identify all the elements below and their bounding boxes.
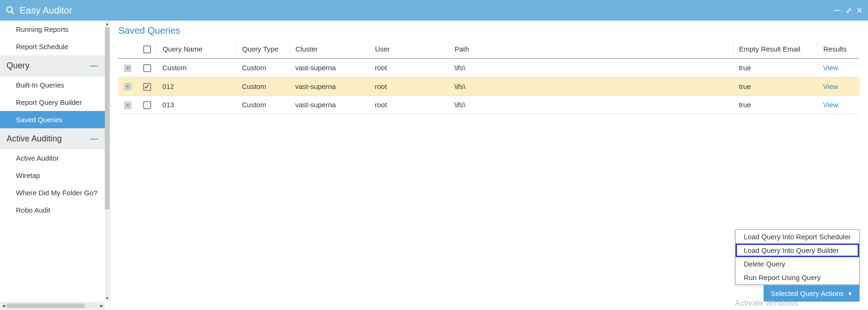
header-expand [118,40,137,59]
view-results-link[interactable]: View [823,64,838,72]
table-row[interactable]: +013Customvast-supernaroot\ifs\trueView [118,96,860,114]
header-checkbox[interactable] [137,40,157,59]
sidebar-item[interactable]: Built-In Queries [0,76,105,94]
scroll-thumb[interactable] [105,27,109,209]
scroll-up-arrow-icon[interactable]: ▲ [105,21,109,27]
sidebar-group-header[interactable]: Query— [0,55,105,76]
header-path[interactable]: Path [449,40,733,59]
saved-queries-table: Query Name Query Type Cluster User Path … [118,40,860,114]
sidebar-item[interactable]: Running Reports [0,21,105,38]
expand-row-icon[interactable]: + [124,65,131,72]
sidebar-item[interactable]: Report Schedule [0,38,105,55]
cell-query_type: Custom [236,96,290,114]
header-cluster[interactable]: Cluster [290,40,369,59]
page-title: Saved Queries [118,25,860,36]
action-button-label: Selected Query Actions [771,289,844,297]
menu-item[interactable]: Load Query Into Query Builder [736,244,859,257]
header-user[interactable]: User [369,40,449,59]
minimize-icon[interactable]: — [833,6,841,15]
window-controls: — ⤢ ✕ [833,6,862,15]
sidebar-item[interactable]: Report Query Builder [0,94,105,111]
table-row[interactable]: +012Customvast-supernaroot\ifs\trueView [118,77,860,96]
cell-path: \ifs\ [449,77,733,96]
table-header-row: Query Name Query Type Cluster User Path … [118,40,860,59]
select-all-checkbox[interactable] [143,45,151,53]
cell-user: root [369,59,449,77]
sidebar-item[interactable]: Saved Queries [0,111,105,128]
sidebar-group-label: Active Auditing [7,134,62,144]
sidebar-item[interactable]: Where Did My Folder Go? [0,184,105,201]
cell-query_type: Custom [236,59,290,77]
cell-user: root [369,77,449,96]
scroll-down-arrow-icon[interactable]: ▼ [105,295,109,302]
selected-query-actions-button[interactable]: Selected Query Actions ▼ [764,285,860,302]
sidebar-horizontal-scrollbar[interactable]: ◀ ▶ [0,302,105,310]
scroll-right-arrow-icon[interactable]: ▶ [98,303,105,308]
cell-path: \ifs\ [449,96,733,114]
cell-empty_email: true [733,77,817,96]
cell-cluster: vast-superna [290,77,369,96]
collapse-icon[interactable]: — [90,61,98,71]
caret-down-icon: ▼ [847,291,853,296]
cell-cluster: vast-superna [290,96,369,114]
header-query-name[interactable]: Query Name [157,40,236,59]
sidebar-item[interactable]: Robo Audit [0,201,105,219]
expand-row-icon[interactable]: + [124,83,131,90]
view-results-link[interactable]: View [823,101,838,109]
cell-path: \ifs\ [449,59,733,77]
cell-query_name: 012 [157,77,236,96]
expand-row-icon[interactable]: + [124,102,131,109]
cell-user: root [369,96,449,114]
cell-query_name: Custom [157,59,236,77]
collapse-icon[interactable]: — [90,134,98,144]
cell-empty_email: true [733,59,817,77]
menu-item[interactable]: Delete Query [736,257,859,271]
menu-item[interactable]: Load Query Into Report Scheduler [736,230,859,244]
header-query-type[interactable]: Query Type [236,40,290,59]
app-title: Easy Auditor [20,5,833,16]
sidebar: Running ReportsReport Schedule Query—Bui… [0,21,110,310]
sidebar-vertical-scrollbar[interactable]: ▲ ▼ [105,21,109,302]
header-results[interactable]: Results [817,40,860,59]
titlebar: Easy Auditor — ⤢ ✕ [0,0,868,21]
scroll-left-arrow-icon[interactable]: ◀ [0,303,7,308]
cell-query_type: Custom [236,77,290,96]
main-panel: Saved Queries Query Name Query Type Clus… [110,21,868,310]
sidebar-item[interactable]: Wiretap [0,167,105,184]
svg-point-0 [7,7,13,13]
header-empty-email[interactable]: Empty Result Email [733,40,817,59]
row-checkbox[interactable] [143,101,151,109]
sidebar-group-label: Query [7,61,29,71]
view-results-link[interactable]: View [823,82,838,90]
search-icon [6,6,15,15]
sidebar-group-header[interactable]: Active Auditing— [0,128,105,149]
restore-icon[interactable]: ⤢ [846,6,852,15]
row-checkbox[interactable] [143,64,151,72]
row-checkbox[interactable] [143,83,151,91]
table-row[interactable]: +CustomCustomvast-supernaroot\ifs\trueVi… [118,59,860,77]
svg-line-1 [12,12,14,14]
sidebar-item[interactable]: Active Auditor [0,149,105,167]
menu-item[interactable]: Run Report Using Query [736,271,859,284]
cell-cluster: vast-superna [290,59,369,77]
query-actions-menu: Load Query Into Report SchedulerLoad Que… [735,229,860,285]
cell-query_name: 013 [157,96,236,114]
close-icon[interactable]: ✕ [856,6,862,15]
cell-empty_email: true [733,96,817,114]
scroll-hthumb[interactable] [7,303,85,308]
